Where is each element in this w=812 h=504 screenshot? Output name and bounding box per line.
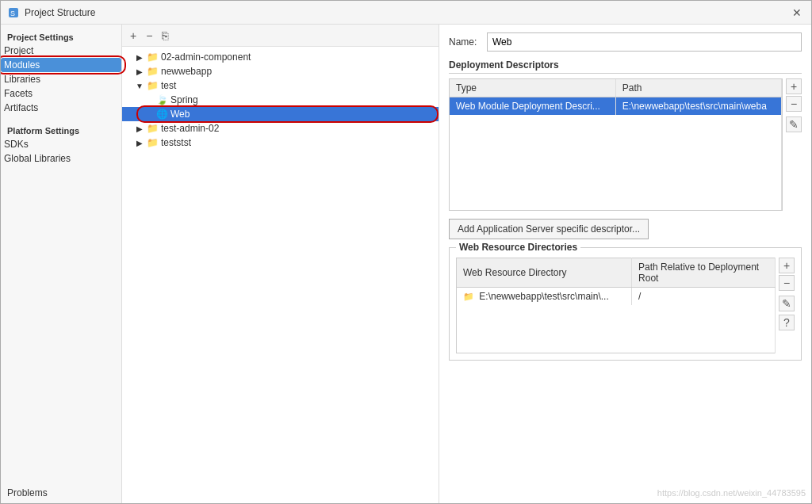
tree-item-test-admin-02[interactable]: ▶ 📁 test-admin-02 (122, 121, 439, 136)
name-row: Name: (449, 32, 802, 52)
right-panel: Name: Deployment Descriptors Type (439, 25, 811, 503)
title-bar-left: S Project Structure (7, 6, 95, 19)
web-resource-title: Web Resource Directories (456, 242, 580, 253)
modules-label: Modules (4, 59, 40, 71)
tree-copy-button[interactable]: ⎘ (159, 29, 171, 42)
dd-remove-button[interactable]: − (786, 96, 802, 112)
facets-label: Facets (4, 88, 33, 99)
global-libraries-label: Global Libraries (4, 153, 71, 164)
tree-item-admin-component[interactable]: ▶ 📁 02-admin-component (122, 50, 439, 64)
folder-icon-3: 📁 (147, 80, 159, 91)
dd-empty-row (450, 115, 782, 210)
tree-item-spring[interactable]: ▶ 🍃 Spring (122, 93, 439, 107)
wr-question-button[interactable]: ? (779, 315, 795, 330)
problems-label: Problems (7, 487, 48, 498)
tree-item-label: Spring (170, 94, 198, 105)
libraries-label: Libraries (4, 74, 40, 85)
svg-text:S: S (10, 10, 15, 17)
window-title: Project Structure (25, 7, 95, 18)
tree-item-teststst[interactable]: ▶ 📁 teststst (122, 136, 439, 150)
artifacts-label: Artifacts (4, 102, 38, 113)
wr-col-path: Path Relative to Deployment Root (632, 258, 776, 288)
tree-item-newwebapp[interactable]: ▶ 📁 newwebapp (122, 64, 439, 78)
wr-empty-row (457, 305, 776, 353)
dd-col-type: Type (450, 79, 615, 97)
dd-add-button[interactable]: + (786, 78, 802, 94)
web-resource-section: Web Resource Directories Web Resource Di… (449, 247, 802, 361)
wr-table: Web Resource Directory Path Relative to … (456, 258, 776, 353)
app-icon: S (7, 6, 20, 19)
folder-icon-1: 📁 (147, 52, 159, 63)
tree-item-web[interactable]: ▶ 🌐 Web (122, 107, 439, 121)
project-settings-header: Project Settings (1, 28, 121, 44)
dd-table-row[interactable]: Web Module Deployment Descri... E:\newwe… (450, 97, 782, 116)
project-structure-window: S Project Structure ✕ Project Settings P… (0, 0, 812, 504)
deployment-descriptors-section: Deployment Descriptors Type Path (449, 59, 802, 211)
wr-remove-button[interactable]: − (779, 275, 795, 291)
wr-edit-button[interactable]: ✎ (779, 296, 795, 311)
wr-table-with-buttons: Web Resource Directory Path Relative to … (456, 258, 776, 353)
project-label: Project (4, 45, 33, 56)
dd-table: Type Path Web Module Deployment Descri..… (450, 79, 782, 210)
folder-icon-2: 📁 (147, 66, 159, 77)
wr-cell-path: / (632, 288, 776, 306)
web-icon: 🌐 (156, 109, 168, 120)
name-label: Name: (449, 36, 481, 48)
sidebar-item-modules[interactable]: Modules (1, 58, 121, 72)
add-descriptor-button[interactable]: Add Application Server specific descript… (449, 219, 649, 239)
expand-arrow-3: ▼ (135, 82, 144, 90)
tree-panel: + − ⎘ ▶ 📁 02-admin-component ▶ 📁 newweba… (122, 25, 439, 503)
sidebar-item-project[interactable]: Project (1, 44, 121, 58)
dd-edit-button[interactable]: ✎ (786, 116, 802, 132)
wr-col-directory: Web Resource Directory (457, 258, 632, 288)
dd-cell-type: Web Module Deployment Descri... (450, 97, 615, 116)
tree-item-label: Web (170, 109, 190, 120)
tree-item-test[interactable]: ▼ 📁 test (122, 78, 439, 93)
name-input[interactable] (487, 32, 802, 52)
sidebar-item-global-libraries[interactable]: Global Libraries (1, 151, 121, 166)
expand-arrow-6: ▶ (135, 124, 144, 133)
window-body: Project Settings Project Modules Librari… (1, 25, 811, 503)
tree-item-label: 02-admin-component (161, 52, 251, 63)
sidebar-item-artifacts[interactable]: Artifacts (1, 101, 121, 115)
tree-add-button[interactable]: + (127, 29, 140, 42)
tree-item-label: teststst (161, 137, 191, 148)
expand-arrow-7: ▶ (135, 139, 144, 147)
dd-cell-path: E:\newwebapp\test\src\main\weba (615, 97, 781, 116)
wr-table-wrapper: Web Resource Directory Path Relative to … (456, 258, 795, 353)
wr-side-buttons: + − ✎ ? (779, 258, 795, 353)
wr-cell-directory: 📁 E:\newwebapp\test\src\main\... (457, 288, 632, 306)
tree-item-label: newwebapp (161, 66, 212, 77)
expand-arrow-2: ▶ (135, 67, 144, 76)
tree-item-label: test-admin-02 (161, 123, 219, 134)
sidebar-item-libraries[interactable]: Libraries (1, 72, 121, 86)
tree-toolbar: + − ⎘ (122, 25, 439, 47)
spring-icon: 🍃 (156, 94, 168, 105)
title-bar: S Project Structure ✕ (1, 1, 811, 25)
sidebar: Project Settings Project Modules Librari… (1, 25, 122, 503)
dd-table-with-buttons: Type Path Web Module Deployment Descri..… (449, 78, 783, 211)
wr-add-button[interactable]: + (779, 258, 795, 273)
sidebar-item-problems[interactable]: Problems (1, 483, 121, 503)
close-button[interactable]: ✕ (789, 5, 805, 21)
sidebar-item-facets[interactable]: Facets (1, 86, 121, 101)
platform-settings-header: Platform Settings (1, 121, 121, 137)
dd-table-container: Type Path Web Module Deployment Descri..… (449, 78, 783, 211)
tree-content: ▶ 📁 02-admin-component ▶ 📁 newwebapp ▼ 📁… (122, 47, 439, 503)
folder-icon-6: 📁 (147, 123, 159, 134)
sdks-label: SDKs (4, 139, 29, 150)
tree-remove-button[interactable]: − (143, 29, 155, 42)
expand-arrow-1: ▶ (135, 53, 144, 62)
deployment-descriptors-title: Deployment Descriptors (449, 59, 802, 74)
dd-col-path: Path (615, 79, 781, 97)
dd-side-buttons: + − ✎ (786, 78, 802, 211)
sidebar-item-sdks[interactable]: SDKs (1, 137, 121, 151)
tree-item-label: test (161, 80, 176, 91)
wr-table-row[interactable]: 📁 E:\newwebapp\test\src\main\... / (457, 288, 776, 306)
dd-table-wrapper: Type Path Web Module Deployment Descri..… (449, 78, 802, 211)
folder-icon-7: 📁 (147, 137, 159, 148)
add-descriptor-row: Add Application Server specific descript… (449, 219, 802, 239)
